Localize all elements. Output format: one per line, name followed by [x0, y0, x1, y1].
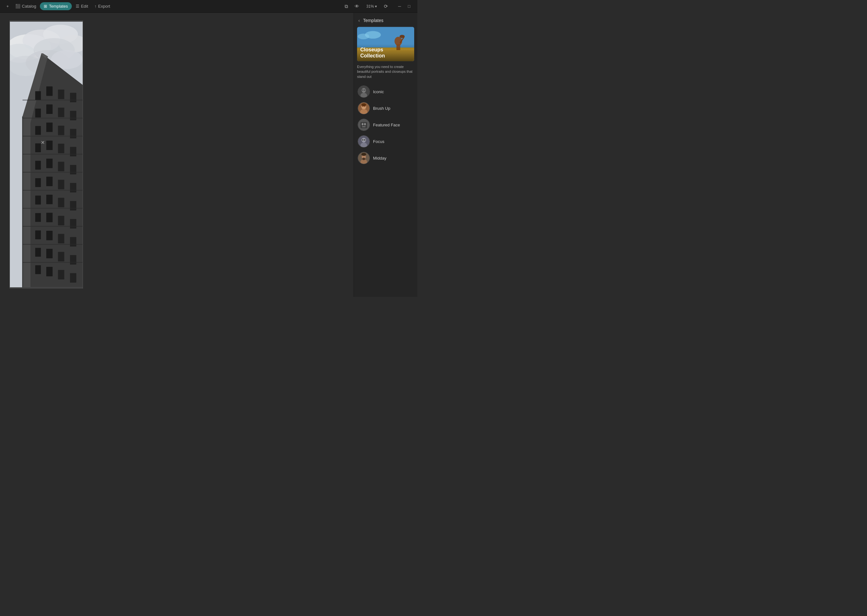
svg-rect-37 [58, 144, 64, 153]
svg-rect-22 [35, 265, 41, 274]
template-name-iconic: Iconic [373, 90, 384, 94]
templates-icon: ⊞ [44, 4, 47, 9]
svg-rect-16 [35, 161, 41, 170]
svg-point-97 [361, 138, 366, 143]
svg-point-93 [361, 123, 363, 126]
panel-title: Templates [363, 18, 383, 23]
zoom-chevron-icon: ▾ [375, 4, 377, 9]
svg-rect-31 [46, 231, 53, 240]
template-list: Iconic Brush Up [354, 83, 418, 166]
svg-rect-28 [46, 176, 53, 186]
svg-rect-18 [35, 196, 41, 204]
svg-rect-32 [46, 248, 53, 258]
svg-rect-14 [35, 126, 41, 135]
minimize-button[interactable]: ─ [395, 2, 404, 11]
svg-rect-33 [46, 267, 53, 277]
svg-rect-24 [46, 104, 53, 114]
canvas-area [0, 13, 353, 297]
catalog-button[interactable]: ⬛ Catalog [13, 2, 39, 10]
svg-rect-47 [70, 129, 76, 138]
template-item-featured-face[interactable]: Featured Face [356, 117, 415, 133]
template-name-midday: Midday [373, 156, 386, 160]
template-thumb-featured-face [358, 119, 370, 131]
svg-rect-41 [58, 216, 64, 225]
template-item-focus[interactable]: Focus [356, 134, 415, 149]
svg-rect-39 [58, 180, 64, 189]
template-thumb-midday [358, 152, 370, 164]
svg-point-90 [364, 106, 365, 107]
svg-rect-51 [70, 201, 76, 211]
svg-rect-45 [70, 93, 76, 102]
svg-rect-53 [70, 237, 76, 247]
export-button[interactable]: ↑ Export [92, 2, 113, 10]
svg-rect-55 [70, 273, 76, 283]
templates-button[interactable]: ⊞ Templates [40, 2, 71, 10]
svg-rect-19 [35, 213, 41, 222]
thumb-featured-face-svg [358, 119, 369, 130]
svg-rect-40 [58, 198, 64, 207]
window-controls: ─ □ [395, 2, 413, 11]
building-photo [10, 21, 83, 288]
svg-rect-15 [35, 143, 41, 152]
svg-point-81 [361, 88, 366, 93]
svg-rect-49 [70, 165, 76, 174]
hero-description: Everything you need to create beautiful … [357, 64, 414, 79]
svg-rect-20 [35, 231, 41, 239]
template-item-midday[interactable]: Midday [356, 150, 415, 166]
svg-rect-48 [70, 147, 76, 156]
svg-rect-46 [70, 111, 76, 120]
maximize-button[interactable]: □ [405, 2, 413, 11]
svg-rect-25 [46, 123, 53, 132]
svg-point-83 [363, 90, 363, 91]
svg-point-79 [358, 33, 369, 39]
svg-rect-17 [35, 178, 41, 187]
edit-icon: ☰ [75, 4, 80, 9]
main-area: ‹ Templates [0, 13, 418, 297]
template-thumb-focus [358, 135, 370, 148]
zoom-control[interactable]: 31% ▾ [364, 3, 379, 10]
template-item-iconic[interactable]: Iconic [356, 83, 415, 100]
template-thumb-iconic [358, 86, 370, 97]
copy-icon-button[interactable]: ⧉ [343, 2, 350, 11]
svg-point-94 [364, 123, 366, 126]
svg-rect-38 [58, 162, 64, 171]
titlebar-actions: ⧉ 👁 31% ▾ ⟳ ─ □ [343, 2, 413, 11]
template-name-brush-up: Brush Up [373, 106, 390, 111]
titlebar-nav: + ⬛ Catalog ⊞ Templates ☰ Edit ↑ Export [4, 2, 113, 10]
history-button[interactable]: ⟳ [382, 2, 390, 11]
svg-point-84 [364, 90, 365, 91]
thumb-brush-up-svg [358, 102, 369, 114]
svg-point-89 [362, 106, 363, 107]
eye-button[interactable]: 👁 [353, 2, 361, 10]
svg-rect-43 [58, 252, 64, 261]
right-panel: ‹ Templates [353, 13, 418, 297]
zoom-value: 31% [366, 4, 374, 9]
panel-back-button[interactable]: ‹ [357, 17, 361, 24]
template-item-brush-up[interactable]: Brush Up [356, 100, 415, 116]
export-icon: ↑ [94, 4, 97, 9]
svg-rect-50 [70, 183, 76, 192]
svg-rect-54 [70, 255, 76, 265]
svg-point-107 [361, 153, 366, 156]
svg-rect-29 [46, 195, 53, 204]
svg-rect-44 [58, 270, 64, 280]
svg-point-99 [362, 139, 363, 141]
svg-rect-21 [35, 248, 41, 257]
svg-rect-23 [46, 86, 53, 96]
thumb-iconic-svg [358, 86, 369, 97]
svg-point-100 [364, 139, 365, 141]
hero-image[interactable]: Closeups Collection [357, 27, 414, 61]
svg-rect-95 [362, 126, 365, 127]
svg-rect-30 [46, 212, 53, 222]
catalog-icon: ⬛ [15, 4, 20, 9]
titlebar: + ⬛ Catalog ⊞ Templates ☰ Edit ↑ Export … [0, 0, 418, 13]
photo-canvas [9, 20, 83, 289]
panel-header: ‹ Templates [354, 13, 418, 27]
svg-rect-13 [35, 108, 41, 118]
edit-button[interactable]: ☰ Edit [73, 2, 91, 10]
thumb-midday-svg [358, 152, 369, 164]
svg-rect-36 [58, 126, 64, 135]
add-button[interactable]: + [4, 2, 11, 10]
template-name-focus: Focus [373, 139, 384, 144]
svg-rect-52 [70, 219, 76, 228]
